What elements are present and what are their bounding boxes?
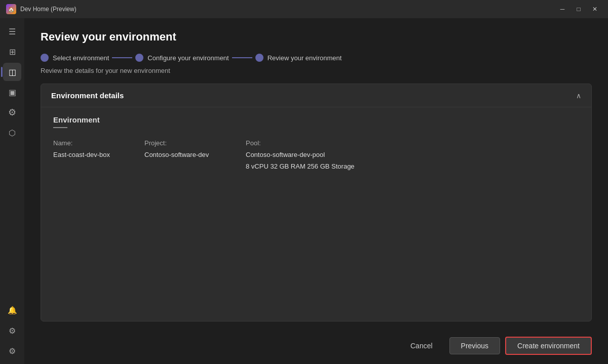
main-layout: ☰ ⊞ ◫ ▣ ⚙ ⬡ 🔔 ⚙ ⚙ Revie xyxy=(0,18,608,364)
previous-button[interactable]: Previous xyxy=(449,337,500,354)
extensions-icon: ⚙ xyxy=(8,107,16,118)
environment-details-panel: Environment details ∧ Environment Name: … xyxy=(41,84,592,321)
step-circle-3 xyxy=(255,54,263,62)
step-circle-2 xyxy=(135,54,143,62)
sidebar-item-menu[interactable]: ☰ xyxy=(3,22,21,41)
project-value: Contoso-software-dev xyxy=(144,150,246,159)
notifications-icon: 🔔 xyxy=(8,306,17,315)
sidebar-item-settings[interactable]: ⚙ xyxy=(3,342,21,360)
environments-icon: ◫ xyxy=(9,67,16,77)
step-1: Select environment xyxy=(41,54,109,62)
devices-icon: ▣ xyxy=(9,88,16,97)
step-2: Configure your environment xyxy=(135,54,229,62)
step-line-1 xyxy=(112,57,132,58)
app-icon: 🏠 xyxy=(6,4,16,14)
footer: Cancel Previous Create environment xyxy=(41,330,592,364)
step-label-3: Review your environment xyxy=(268,54,342,62)
env-grid: Name: Project: Pool: East-coast-dev-box … xyxy=(53,138,579,171)
subtitle: Review the details for your new environm… xyxy=(41,67,592,74)
pool-specs-value: 8 vCPU 32 GB RAM 256 GB Storage xyxy=(246,161,579,171)
name-label: Name: xyxy=(53,138,144,148)
minimize-button[interactable]: ─ xyxy=(555,4,569,15)
page-title: Review your environment xyxy=(41,30,592,44)
sidebar-item-extensions[interactable]: ⚙ xyxy=(3,103,21,122)
pool-label: Pool: xyxy=(246,138,579,148)
packages-icon: ⬡ xyxy=(9,128,16,138)
titlebar-controls: ─ □ ✕ xyxy=(555,4,602,15)
menu-icon: ☰ xyxy=(9,27,16,36)
settings-icon: ⚙ xyxy=(9,346,16,356)
feedback-icon: ⚙ xyxy=(9,326,16,336)
panel-header: Environment details ∧ xyxy=(41,84,591,107)
sidebar-item-environments[interactable]: ◫ xyxy=(3,63,21,81)
dashboard-icon: ⊞ xyxy=(9,47,16,57)
sidebar-item-notifications[interactable]: 🔔 xyxy=(3,301,21,319)
sidebar: ☰ ⊞ ◫ ▣ ⚙ ⬡ 🔔 ⚙ ⚙ xyxy=(0,18,24,364)
panel-header-title: Environment details xyxy=(51,91,124,100)
titlebar-title: Dev Home (Preview) xyxy=(20,6,77,13)
create-environment-button[interactable]: Create environment xyxy=(505,337,592,355)
cancel-button[interactable]: Cancel xyxy=(399,337,444,354)
project-label: Project: xyxy=(144,138,246,148)
chevron-up-icon[interactable]: ∧ xyxy=(576,92,581,100)
sidebar-item-devices[interactable]: ▣ xyxy=(3,83,21,101)
titlebar-left: 🏠 Dev Home (Preview) xyxy=(6,4,77,14)
sidebar-item-packages[interactable]: ⬡ xyxy=(3,124,21,142)
sidebar-bottom: 🔔 ⚙ ⚙ xyxy=(3,301,21,360)
step-circle-1 xyxy=(41,54,49,62)
titlebar: 🏠 Dev Home (Preview) ─ □ ✕ xyxy=(0,0,608,18)
section-underline xyxy=(53,127,67,128)
sidebar-item-feedback[interactable]: ⚙ xyxy=(3,321,21,340)
step-line-2 xyxy=(232,57,252,58)
step-3: Review your environment xyxy=(255,54,342,62)
close-button[interactable]: ✕ xyxy=(588,4,602,15)
panel-content: Environment Name: Project: Pool: East-co… xyxy=(41,107,591,179)
stepper: Select environment Configure your enviro… xyxy=(41,54,592,62)
sidebar-item-dashboard[interactable]: ⊞ xyxy=(3,43,21,61)
pool-value: Contoso-software-dev-pool xyxy=(246,150,579,159)
step-label-1: Select environment xyxy=(53,54,109,62)
content-area: Review your environment Select environme… xyxy=(24,18,608,364)
maximize-button[interactable]: □ xyxy=(572,4,586,15)
name-value: East-coast-dev-box xyxy=(53,150,144,159)
step-label-2: Configure your environment xyxy=(147,54,229,62)
section-label: Environment xyxy=(53,115,579,124)
